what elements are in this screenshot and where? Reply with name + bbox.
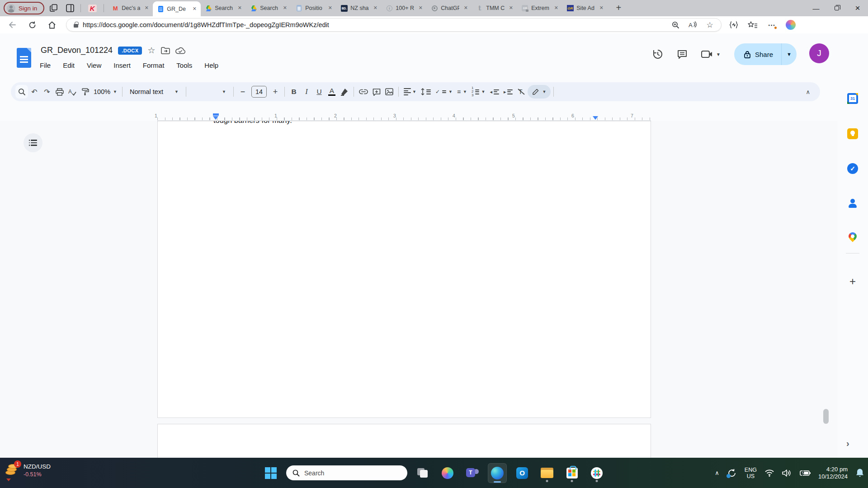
font-size-input[interactable]: 14 (249, 85, 269, 99)
highlight-color-button[interactable] (338, 85, 351, 99)
clear-formatting-icon[interactable]: T (515, 85, 528, 99)
back-icon[interactable] (5, 18, 20, 32)
hidden-icons-chevron[interactable]: ∧ (715, 469, 719, 476)
language-indicator[interactable]: ENGUS (745, 467, 757, 479)
browser-signin-button[interactable]: Sign in (4, 2, 44, 14)
account-avatar[interactable]: J (809, 43, 829, 63)
tab-position-doc[interactable]: Positio × (291, 0, 336, 16)
google-docs-logo[interactable] (17, 48, 31, 68)
checklist-select[interactable]: ✓▼ (433, 85, 455, 99)
menu-help[interactable]: Help (204, 61, 218, 69)
window-minimize-button[interactable]: — (806, 0, 826, 16)
share-button[interactable]: Share ▼ (734, 43, 797, 65)
toolbar-search-icon[interactable] (15, 85, 28, 99)
underline-button[interactable]: U (313, 85, 326, 99)
tab-drive-search[interactable]: Search × (201, 0, 246, 16)
market-widget[interactable]: 1 NZD/USD -0.51% (5, 462, 51, 479)
text-color-button[interactable]: A (326, 85, 338, 99)
horizontal-ruler[interactable]: 1 1 2 3 4 5 6 7 (0, 113, 837, 121)
copilot-icon[interactable] (785, 19, 797, 31)
keep-icon[interactable] (846, 127, 859, 140)
tab-close-icon[interactable]: × (143, 5, 150, 12)
meet-video-icon[interactable]: ▼ (701, 50, 721, 59)
italic-button[interactable]: I (300, 85, 313, 99)
favorites-bar-icon[interactable] (747, 19, 759, 31)
menu-file[interactable]: File (40, 61, 51, 69)
slack-button[interactable] (587, 463, 606, 483)
print-icon[interactable] (53, 85, 66, 99)
document-title[interactable]: GR_Devon_101224 (41, 46, 113, 55)
tab-stack-icon[interactable] (47, 1, 61, 15)
start-button[interactable] (261, 463, 280, 483)
get-addons-button[interactable]: + (846, 275, 859, 288)
show-outline-button[interactable] (24, 133, 42, 152)
calendar-icon[interactable]: 31 (846, 92, 859, 105)
version-history-icon[interactable] (652, 49, 663, 60)
menu-insert[interactable]: Insert (113, 61, 131, 69)
sync-icon[interactable] (727, 468, 737, 478)
insert-image-icon[interactable] (383, 85, 396, 99)
numbered-list-select[interactable]: 123 ▼ (469, 85, 487, 99)
tab-gmail[interactable]: M Dec's a × (108, 0, 153, 16)
workspaces-icon[interactable] (63, 1, 77, 15)
tab-close-icon[interactable]: × (507, 5, 514, 12)
zoom-select[interactable]: 100%▼ (91, 85, 119, 99)
cloud-status-icon[interactable] (175, 47, 185, 54)
right-indent-marker[interactable] (593, 116, 598, 120)
window-close-button[interactable]: × (847, 0, 868, 16)
spellcheck-icon[interactable]: A (66, 85, 79, 99)
first-line-indent-marker[interactable] (213, 113, 219, 116)
tab-close-icon[interactable]: × (417, 5, 424, 12)
copilot-taskbar-button[interactable] (438, 463, 457, 483)
refresh-icon[interactable] (24, 18, 40, 32)
tab-close-icon[interactable]: × (281, 5, 288, 12)
tab-close-icon[interactable]: × (326, 5, 334, 12)
tab-chatgpt[interactable]: ChatGP × (427, 0, 472, 16)
hide-menus-icon[interactable]: ∧ (800, 89, 816, 95)
move-folder-icon[interactable] (161, 47, 170, 54)
comments-icon[interactable] (677, 49, 688, 60)
tab-nz-shares[interactable]: BD. NZ sha × (336, 0, 382, 16)
redo-icon[interactable]: ↷ (41, 85, 53, 99)
tab-close-icon[interactable]: × (191, 5, 198, 13)
increase-indent-icon[interactable]: ▸ (501, 85, 515, 99)
tab-tmm[interactable]: t TMM C × (472, 0, 517, 16)
vertical-scrollbar[interactable] (823, 409, 829, 424)
window-restore-button[interactable] (826, 0, 847, 16)
tab-close-icon[interactable]: × (372, 5, 379, 12)
increase-font-size-button[interactable]: + (269, 85, 282, 99)
file-explorer-button[interactable] (538, 463, 557, 483)
volume-icon[interactable] (782, 469, 792, 477)
zoom-in-icon[interactable] (669, 19, 682, 31)
maps-icon[interactable] (846, 231, 859, 244)
tab-extreme[interactable]: GR Extrem × (517, 0, 562, 16)
notifications-bell-icon[interactable] (855, 468, 864, 478)
tab-docs-active[interactable]: GR_De × (153, 1, 201, 16)
tab-drive-search-2[interactable]: Search × (246, 0, 291, 16)
home-icon[interactable] (44, 18, 60, 32)
edge-button-active[interactable] (488, 463, 507, 483)
pinned-tab-kmart[interactable]: K (85, 1, 100, 15)
battery-icon[interactable] (800, 470, 811, 476)
undo-icon[interactable]: ↶ (28, 85, 41, 99)
insert-link-icon[interactable] (357, 85, 370, 99)
tab-site-admin[interactable]: GR Site Ad × (562, 0, 608, 16)
tab-close-icon[interactable]: × (552, 5, 560, 12)
bulleted-list-select[interactable]: ≡▼ (455, 85, 469, 99)
menu-edit[interactable]: Edit (63, 61, 75, 69)
outlook-button[interactable]: O (513, 463, 532, 483)
editing-mode-select[interactable]: ▼ (528, 85, 551, 99)
new-tab-button[interactable]: + (612, 2, 625, 14)
browser-essentials-icon[interactable] (728, 19, 740, 31)
menu-view[interactable]: View (87, 61, 101, 69)
clock-date[interactable]: 4:20 pm 10/12/2024 (818, 466, 848, 480)
menu-format[interactable]: Format (143, 61, 165, 69)
paragraph-style-select[interactable]: Normal text▼ (125, 85, 183, 99)
tab-close-icon[interactable]: × (236, 5, 243, 12)
share-dropdown[interactable]: ▼ (781, 43, 797, 65)
tab-close-icon[interactable]: × (598, 5, 605, 12)
font-family-select[interactable]: ▼ (189, 85, 231, 99)
document-page-1[interactable] (157, 121, 651, 418)
next-page-chevron[interactable]: › (846, 438, 849, 449)
tab-100-plus[interactable]: i 100+ R × (382, 0, 427, 16)
